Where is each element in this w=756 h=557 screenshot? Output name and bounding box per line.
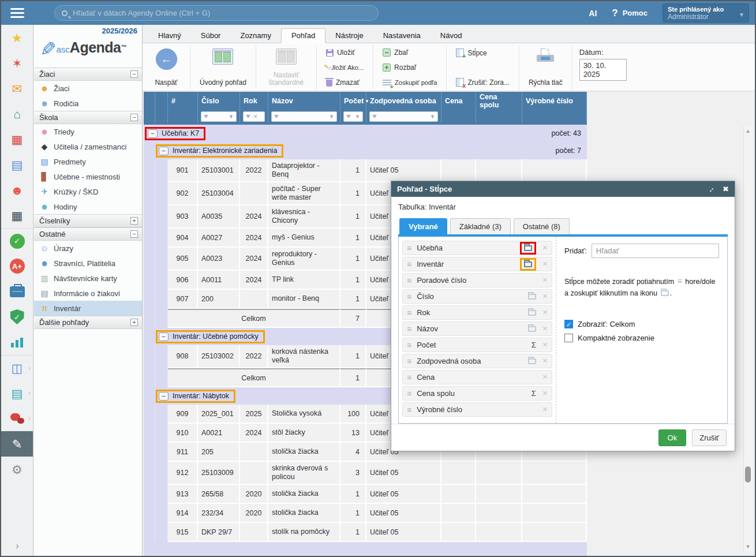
menu-tab-nástroje[interactable]: Nástroje: [325, 29, 373, 43]
grades-icon[interactable]: A+: [1, 253, 33, 279]
column-header-#[interactable]: #: [168, 92, 198, 110]
column-item-v-robn-slo[interactable]: ≡Výrobné číslo✕: [402, 402, 552, 417]
column-item-cena[interactable]: ≡Cena✕: [402, 370, 552, 384]
remove-column-icon[interactable]: ✕: [542, 357, 548, 365]
remove-column-icon[interactable]: ✕: [542, 309, 548, 316]
save-button[interactable]: Uložiť: [324, 47, 366, 58]
drag-handle-icon[interactable]: ≡: [407, 244, 411, 253]
school-year[interactable]: 2025/2026: [34, 25, 142, 35]
help-button[interactable]: ? Pomoc: [612, 8, 648, 19]
menu-tab-zoznamy[interactable]: Zoznamy: [230, 29, 280, 43]
remove-column-icon[interactable]: ✕: [542, 406, 548, 413]
remove-column-icon[interactable]: ✕: [542, 325, 548, 332]
sidebar-item-hodiny[interactable]: ☻Hodiny: [34, 199, 142, 214]
table-row[interactable]: 913265/582020stolička žiacka1Učiteľ 05: [144, 485, 587, 504]
drag-handle-icon[interactable]: ≡: [407, 324, 411, 334]
column-item-u-eb-a[interactable]: ≡Učebňa✕: [402, 241, 552, 255]
resize-icon[interactable]: ↔: [705, 184, 717, 195]
column-header-indent[interactable]: [155, 92, 168, 110]
schedule-icon[interactable]: ▦: [1, 203, 33, 228]
filter-zodpovedná osoba[interactable]: ▼: [369, 111, 438, 122]
collapse-toggle-icon[interactable]: −: [130, 114, 138, 121]
vertical-scrollbar[interactable]: ▲ ▼: [743, 126, 752, 551]
drag-handle-icon[interactable]: ≡: [407, 260, 411, 269]
scroll-down-icon[interactable]: ▼: [744, 544, 752, 549]
sidebar-item-triedy[interactable]: ☻Triedy: [34, 124, 142, 139]
sidebar-section-ostatné[interactable]: Ostatné−: [34, 227, 142, 241]
mail-icon[interactable]: ✉: [1, 76, 33, 101]
table-row[interactable]: 901251030012022Dataprojektor - Benq1Učit…: [144, 159, 587, 182]
column-header-Cena spolu[interactable]: Cena spolu: [476, 92, 522, 110]
column-item-po-et[interactable]: ≡PočetΣ✕: [402, 338, 552, 352]
sidebar-item-kr-ky-kd[interactable]: ✈Krúžky / ŠKD: [34, 184, 142, 199]
calendar-icon[interactable]: ▦: [1, 126, 33, 152]
remove-column-icon[interactable]: ✕: [542, 293, 548, 300]
cancel-button[interactable]: Zrušiť: [692, 429, 727, 446]
drag-handle-icon[interactable]: ≡: [407, 341, 411, 350]
collapse-toggle-icon[interactable]: +: [130, 217, 138, 225]
table-row[interactable]: 91225103009skrinka dverová s policou3Uči…: [144, 462, 587, 485]
collapse-button[interactable]: − Zbaľ: [380, 47, 439, 58]
sidebar-item-rodi-ia[interactable]: ☻Rodičia: [34, 96, 142, 111]
agenda-pen-icon[interactable]: ✎: [1, 431, 33, 457]
date-input[interactable]: 30. 10. 2025: [579, 59, 627, 81]
collapse-toggle-icon[interactable]: +: [130, 319, 138, 326]
favorites-star-icon[interactable]: ★: [1, 25, 33, 50]
collapse-group-button[interactable]: −: [159, 332, 169, 341]
set-standard-button[interactable]: Nastaviť štandardné: [262, 47, 310, 88]
column-header-Zodpovedná osoba[interactable]: Zodpovedná osoba: [366, 92, 441, 110]
back-button[interactable]: ← Naspäť: [148, 47, 184, 88]
search-input[interactable]: [73, 9, 371, 17]
column-header-Rok[interactable]: Rok: [240, 92, 268, 110]
dialog-tab-ostatn-8-[interactable]: Ostatné (8): [514, 218, 570, 234]
table-row[interactable]: 914232/342020stolička žiacka1Učiteľ 05: [144, 504, 587, 523]
drag-handle-icon[interactable]: ≡: [407, 292, 411, 301]
sum-icon[interactable]: Σ: [532, 341, 536, 349]
notebook-icon[interactable]: ▤: [1, 152, 33, 177]
collapse-group-button[interactable]: −: [159, 147, 169, 155]
drag-handle-icon[interactable]: ≡: [407, 308, 411, 317]
sidebar-item-inform-cie-o-iakovi[interactable]: ▤Informácie o žiakovi: [34, 286, 142, 301]
ai-button[interactable]: AI: [589, 9, 597, 18]
columns-button[interactable]: Stĺpce: [454, 47, 512, 58]
column-header-indent[interactable]: [144, 92, 155, 110]
remove-column-icon[interactable]: ✕: [542, 244, 548, 252]
remove-column-icon[interactable]: ✕: [542, 276, 548, 284]
scrollbar-thumb[interactable]: [745, 466, 751, 483]
filter-názov[interactable]: ▼: [271, 111, 337, 122]
sidebar-section-žiaci[interactable]: Žiaci−: [34, 68, 142, 81]
column-item-n-zov[interactable]: ≡Názov✕: [402, 322, 552, 336]
menu-tab-súbor[interactable]: Súbor: [191, 29, 231, 43]
close-icon[interactable]: ✖: [723, 185, 729, 193]
magic-wand-icon[interactable]: ✶: [1, 50, 33, 76]
check-circle-icon[interactable]: ✓: [1, 228, 33, 253]
folder-group-icon[interactable]: [528, 310, 536, 316]
drag-handle-icon[interactable]: ≡: [407, 389, 411, 398]
filter-počet[interactable]: ▼: [343, 111, 363, 122]
column-header-Počet[interactable]: Počet▼: [340, 92, 366, 110]
documents-icon[interactable]: ▤›: [1, 380, 33, 406]
column-item-invent-r[interactable]: ≡Inventár✕: [402, 257, 552, 271]
hamburger-menu-icon[interactable]: [1, 8, 33, 18]
sidebar-item--razy[interactable]: ☺Úrazy: [34, 241, 142, 256]
folder-group-icon[interactable]: [528, 294, 536, 300]
column-item-cena-spolu[interactable]: ≡Cena spoluΣ✕: [402, 386, 552, 401]
chat-icon[interactable]: ›: [1, 406, 33, 431]
drag-handle-icon[interactable]: ≡: [407, 373, 411, 382]
folder-group-icon[interactable]: [524, 245, 532, 251]
column-header-Výrobné číslo[interactable]: Výrobné číslo: [522, 92, 587, 110]
compact-view-checkbox[interactable]: Kompaktné zobrazenie: [564, 334, 719, 342]
global-search[interactable]: [54, 5, 379, 21]
menu-tab-pohľad[interactable]: Pohľad: [281, 28, 325, 43]
scroll-up-icon[interactable]: ▲: [744, 128, 752, 134]
app-logo[interactable]: ✎ascAgenda™: [34, 35, 142, 68]
group-by-button[interactable]: Zoskupiť podľa: [380, 77, 439, 88]
sidebar-item-invent-r[interactable]: πInventár: [34, 301, 142, 316]
column-item-poradov-slo[interactable]: ≡Poradové číslo✕: [402, 273, 552, 287]
filter-číslo[interactable]: ▼: [201, 111, 237, 122]
sidebar-section-číselníky[interactable]: Číselníky+: [34, 214, 142, 227]
sidebar-item-u-itelia-zamestnanci[interactable]: ◆Učitelia / zamestnanci: [34, 139, 142, 154]
sidebar-item-u-ebne-miestnosti[interactable]: ▊Učebne - miestnosti: [34, 169, 142, 184]
delete-button[interactable]: Zmazať: [324, 77, 366, 88]
bar-chart-icon[interactable]: [1, 330, 33, 355]
